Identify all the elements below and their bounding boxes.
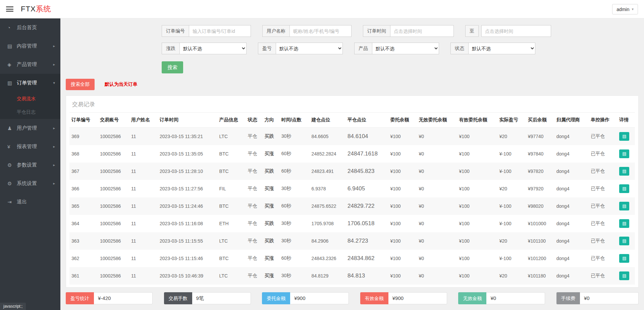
cell-close-point: 6.9405: [345, 180, 388, 197]
updown-select[interactable]: 默认不选: [179, 43, 247, 54]
detail-button[interactable]: ▤: [619, 237, 629, 245]
report-icon: ¥: [7, 144, 17, 149]
cell-user-name: 11: [129, 180, 158, 197]
status-select[interactable]: 默认不选: [468, 43, 535, 54]
cell-detail: ▤: [617, 267, 635, 285]
cell-actual-pl: ¥20: [497, 232, 526, 250]
detail-button[interactable]: ▤: [619, 271, 629, 280]
cell-open-point: 24843.2326: [310, 250, 346, 267]
entrust-amount-button[interactable]: 委托金额: [262, 292, 290, 304]
sidebar-item-system-settings[interactable]: ⚙ 系统设置 ▸: [0, 174, 60, 193]
fee-button[interactable]: 手续费: [556, 292, 580, 304]
col-invalid-entrust: 无效委托余额: [417, 113, 457, 128]
records-table: 订单编号 交易账号 用户姓名 订单时间 产品信息 状态 方向 时间/点数 建仓点…: [69, 113, 635, 285]
sidebar-item-orders[interactable]: ▥ 订单管理 ▾: [0, 74, 60, 92]
detail-icon: ▤: [622, 167, 626, 175]
cell-after-balance: ¥101180: [526, 267, 554, 285]
order-time-start-input[interactable]: [390, 25, 454, 37]
pl-total-button[interactable]: 盈亏统计: [66, 292, 94, 304]
cell-status: 平仓: [246, 197, 263, 215]
cell-period: 60秒: [279, 145, 310, 163]
order-no-label: 订单编号: [162, 25, 189, 37]
search-button[interactable]: 搜索: [162, 61, 183, 73]
cell-order-no: 367: [69, 163, 98, 180]
sidebar-item-logout[interactable]: ⇥ 退出: [0, 193, 60, 211]
cell-invalid-entrust: ¥0: [417, 128, 457, 145]
cell-period: 30秒: [279, 232, 310, 250]
cell-valid-entrust: ¥100: [457, 128, 497, 145]
product-icon: ◈: [7, 62, 17, 68]
sidebar: ◔ 后台首页 ▤ 内容管理 ▸ ◈ 产品管理 ▸ ▥ 订单管理 ▾ 交易流水 平…: [0, 18, 60, 310]
detail-button[interactable]: ▤: [619, 254, 629, 263]
sidebar-item-parameters[interactable]: ⚙ 参数设置 ▸: [0, 156, 60, 174]
detail-button[interactable]: ▤: [619, 219, 629, 228]
product-label: 产品: [354, 43, 372, 54]
cell-agent: dong4: [554, 128, 589, 145]
cell-period: 60秒: [279, 163, 310, 180]
sidebar-item-products[interactable]: ◈ 产品管理 ▸: [0, 55, 60, 74]
detail-button[interactable]: ▤: [619, 167, 629, 176]
table-row: 362 10002586 11 2023-03-15 11:15:46 BTC …: [69, 250, 635, 267]
summary-trades: 交易手数 9笔: [164, 292, 251, 304]
cell-after-balance: ¥101000: [526, 215, 554, 232]
cell-valid-entrust: ¥100: [457, 145, 497, 163]
sidebar-item-dashboard[interactable]: ◔ 后台首页: [0, 18, 60, 37]
cell-period: 30秒: [279, 180, 310, 197]
cell-close-point: 84.6104: [345, 128, 388, 145]
logo-text-accent: 系统: [36, 5, 51, 13]
cell-actual-pl: ¥-100: [497, 145, 526, 163]
cell-order-time: 2023-03-15 11:35:21: [158, 128, 217, 145]
sidebar-item-reports[interactable]: ¥ 报表管理 ▸: [0, 137, 60, 156]
cell-order-time: 2023-03-15 10:46:39: [158, 267, 217, 285]
updown-field-group: 涨跌 默认不选: [162, 43, 247, 54]
detail-button[interactable]: ▤: [619, 202, 629, 210]
detail-button[interactable]: ▤: [619, 132, 629, 141]
cell-direction: 买涨: [263, 197, 279, 215]
cell-invalid-entrust: ¥0: [417, 215, 457, 232]
order-no-input[interactable]: [189, 25, 251, 37]
col-user-name: 用户姓名: [129, 113, 158, 128]
status-link-preview: javascript:;: [0, 303, 26, 310]
sidebar-item-label: 报表管理: [17, 143, 37, 150]
sidebar-item-content[interactable]: ▤ 内容管理 ▸: [0, 37, 60, 55]
cell-product: LTC: [217, 267, 246, 285]
detail-button[interactable]: ▤: [619, 149, 629, 158]
trade-count-button[interactable]: 交易手数: [164, 292, 192, 304]
cell-close-point: 1706.0518: [345, 215, 388, 232]
profit-select[interactable]: 默认不选: [276, 43, 343, 54]
order-time-end-input[interactable]: [481, 25, 551, 37]
user-name-field-group: 用户名称: [262, 25, 352, 37]
cell-product: LTC: [217, 232, 246, 250]
admin-label: admin: [616, 7, 629, 12]
search-all-button[interactable]: 搜索全部: [66, 79, 95, 90]
user-name-label: 用户名称: [262, 25, 289, 37]
filter-row-2: 涨跌 默认不选 盈亏 默认不选 产品 默认不选 状态 默认不选: [162, 43, 639, 54]
order-time-field-group: 订单时间: [363, 25, 454, 37]
user-name-input[interactable]: [289, 25, 352, 37]
sidebar-item-trade-flow[interactable]: 交易流水: [0, 92, 60, 106]
sidebar-item-close-log[interactable]: 平仓日志: [0, 106, 60, 119]
cell-actual-pl: ¥20: [497, 128, 526, 145]
cell-after-balance: ¥101200: [526, 250, 554, 267]
order-icon: ▥: [7, 80, 17, 86]
user-icon: ♟: [7, 125, 17, 131]
valid-amount-button[interactable]: 有效金额: [360, 292, 388, 304]
product-select[interactable]: 默认不选: [372, 43, 439, 54]
invalid-amount-button[interactable]: 无效金额: [458, 292, 486, 304]
col-period: 时间/点数: [279, 113, 310, 128]
cell-entrust-balance: ¥100: [388, 163, 417, 180]
table-row: 367 10002586 11 2023-03-15 11:28:10 BTC …: [69, 163, 635, 180]
sidebar-subitem-label: 平仓日志: [17, 109, 36, 115]
cell-detail: ▤: [617, 232, 635, 250]
detail-button[interactable]: ▤: [619, 184, 629, 193]
menu-toggle-icon[interactable]: [6, 6, 13, 12]
cell-account: 10002586: [98, 197, 129, 215]
cell-account: 10002586: [98, 232, 129, 250]
admin-dropdown[interactable]: admin ▾: [612, 4, 638, 14]
cell-agent: dong4: [554, 145, 589, 163]
col-close-point: 平仓点位: [345, 113, 388, 128]
cell-detail: ▤: [617, 197, 635, 215]
sidebar-item-users[interactable]: ♟ 用户管理 ▸: [0, 119, 60, 137]
cell-open-point: 84.6605: [310, 128, 346, 145]
gears-icon: ⚙: [7, 181, 17, 187]
